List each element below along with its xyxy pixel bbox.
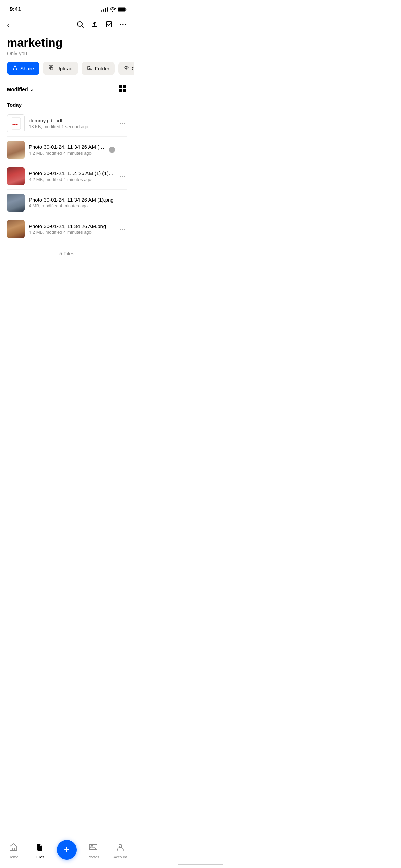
file-thumbnail	[7, 167, 25, 185]
file-thumbnail	[7, 141, 25, 159]
file-meta: 4 MB, modified 4 minutes ago	[29, 203, 114, 208]
svg-rect-2	[118, 8, 125, 11]
file-more-button[interactable]: ···	[118, 198, 127, 208]
svg-rect-12	[123, 89, 126, 92]
share-icon	[12, 65, 18, 72]
offline-icon	[124, 65, 129, 72]
sort-chevron-icon: ⌄	[30, 87, 33, 92]
status-bar: 9:41	[0, 0, 134, 16]
list-item: Photo 30-01-24, 11 34 26 AM.png 4.2 MB, …	[7, 216, 127, 242]
nav-actions: ···	[76, 21, 127, 30]
svg-rect-5	[106, 22, 112, 27]
svg-rect-11	[119, 89, 122, 92]
file-meta: 13 KB, modified 1 second ago	[29, 124, 114, 129]
svg-rect-1	[126, 9, 127, 10]
list-item: Photo 30-01-24, 11 34 26 AM (2).png 4.2 …	[7, 137, 127, 163]
upload-icon	[48, 65, 54, 72]
file-more-button[interactable]: ···	[118, 224, 127, 234]
svg-rect-7	[51, 66, 53, 68]
status-time: 9:41	[10, 6, 21, 13]
file-more-button[interactable]: ···	[118, 171, 127, 181]
file-name: Photo 30-01-24, 11 34 26 AM (1).png	[29, 197, 114, 203]
svg-rect-9	[119, 85, 122, 88]
folder-subtitle: Only you	[7, 50, 127, 56]
svg-text:PDF: PDF	[12, 123, 18, 126]
select-button[interactable]	[105, 21, 113, 30]
file-info: Photo 30-01-24, 11 34 26 AM (2).png 4.2 …	[29, 144, 105, 156]
view-toggle-button[interactable]	[119, 84, 127, 94]
nav-bar: ‹ ···	[0, 16, 134, 34]
file-thumbnail: PDF	[7, 114, 25, 132]
svg-line-4	[82, 26, 83, 27]
sort-button[interactable]: Modified ⌄	[7, 86, 33, 92]
file-more-button[interactable]: ···	[118, 145, 127, 155]
svg-rect-6	[49, 66, 51, 68]
file-info: dummy.pdf.pdf 13 KB, modified 1 second a…	[29, 118, 114, 129]
file-name: Photo 30-01-24, 11 34 26 AM.png	[29, 223, 114, 229]
file-info: Photo 30-01-24, 1...4 26 AM (1) (1).png …	[29, 170, 114, 182]
file-actions: ···	[109, 145, 127, 155]
file-thumbnail	[7, 194, 25, 212]
search-button[interactable]	[76, 21, 84, 30]
file-actions: ···	[118, 171, 127, 181]
file-meta: 4.2 MB, modified 4 minutes ago	[29, 177, 114, 182]
files-count: 5 Files	[0, 242, 134, 263]
file-thumbnail	[7, 220, 25, 238]
folder-title: marketing	[7, 36, 127, 49]
folder-icon	[87, 65, 93, 72]
file-actions: ···	[118, 119, 127, 129]
file-meta: 4.2 MB, modified 4 minutes ago	[29, 230, 114, 235]
wifi-icon	[110, 7, 116, 12]
folder-header: marketing Only you	[0, 34, 134, 62]
list-item: Photo 30-01-24, 11 34 26 AM (1).png 4 MB…	[7, 190, 127, 216]
sort-label-text: Modified	[7, 86, 28, 92]
upload-button[interactable]	[91, 21, 98, 30]
back-button[interactable]: ‹	[7, 19, 12, 31]
svg-rect-10	[123, 85, 126, 88]
file-name: Photo 30-01-24, 1...4 26 AM (1) (1).png	[29, 170, 114, 176]
file-name: Photo 30-01-24, 11 34 26 AM (2).png	[29, 144, 105, 150]
offline-button[interactable]: Offline	[118, 62, 134, 75]
svg-rect-8	[49, 68, 51, 70]
file-info: Photo 30-01-24, 11 34 26 AM (1).png 4 MB…	[29, 197, 114, 208]
signal-icon	[101, 7, 108, 12]
share-button[interactable]: Share	[7, 62, 39, 75]
folder-button[interactable]: Folder	[82, 62, 115, 75]
file-actions: ···	[118, 224, 127, 234]
action-buttons: Share Upload Folder	[0, 62, 134, 81]
battery-icon	[118, 7, 127, 12]
sync-status-icon	[109, 147, 115, 153]
file-name: dummy.pdf.pdf	[29, 118, 114, 123]
file-more-button[interactable]: ···	[118, 119, 127, 129]
list-item: Photo 30-01-24, 1...4 26 AM (1) (1).png …	[7, 163, 127, 190]
upload-button[interactable]: Upload	[43, 62, 78, 75]
file-actions: ···	[118, 198, 127, 208]
status-icons	[101, 7, 127, 12]
file-list: PDF dummy.pdf.pdf 13 KB, modified 1 seco…	[0, 110, 134, 242]
file-info: Photo 30-01-24, 11 34 26 AM.png 4.2 MB, …	[29, 223, 114, 235]
list-item: PDF dummy.pdf.pdf 13 KB, modified 1 seco…	[7, 110, 127, 137]
file-meta: 4.2 MB, modified 4 minutes ago	[29, 150, 105, 156]
sort-row: Modified ⌄	[0, 81, 134, 98]
more-button[interactable]: ···	[120, 21, 127, 29]
section-today: Today	[0, 98, 134, 110]
